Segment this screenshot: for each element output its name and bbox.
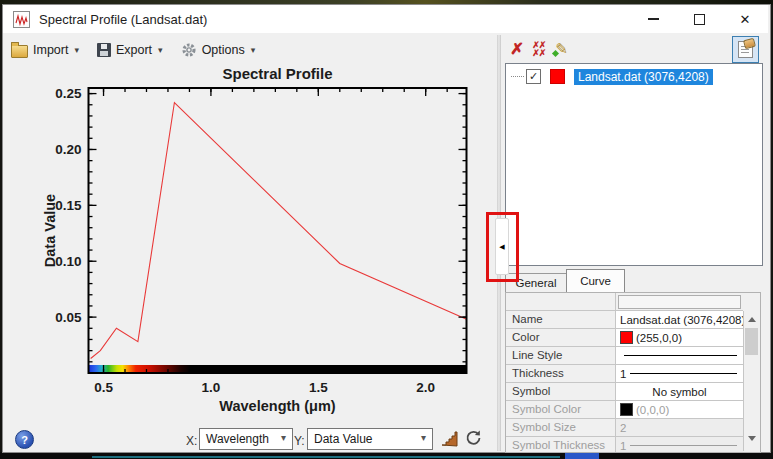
header-blank-button [618, 295, 741, 309]
plot-series-toolbar: ✗ ✗✗✗✗ ✎ [510, 37, 571, 61]
desktop-background-accent2 [565, 453, 599, 459]
scroll-up-icon[interactable] [748, 317, 756, 322]
property-value-text: 2 [620, 422, 626, 434]
property-value: (0,0,0) [616, 401, 743, 419]
properties-toggle-button[interactable] [732, 36, 759, 63]
y-axis-select[interactable]: Data Value ▾ [307, 428, 433, 450]
question-mark-icon: ? [21, 434, 28, 446]
curve-visibility-checkbox[interactable]: ✓ [526, 69, 541, 84]
spectral-profile-chart: Spectral ProfileWavelength (μm)Data Valu… [3, 60, 503, 430]
options-menu-button[interactable]: Options ▾ [181, 42, 256, 58]
pencil-icon: ✎ [555, 40, 568, 58]
chevron-down-icon: ▾ [421, 432, 426, 443]
property-grid-header [506, 293, 760, 311]
options-label: Options [202, 43, 245, 57]
curve-list[interactable]: ✓Landsat.dat (3076,4208) [505, 63, 763, 266]
tree-branch-line [511, 76, 524, 77]
tab-curve[interactable]: Curve [566, 269, 625, 292]
curve-list-item[interactable]: ✓Landsat.dat (3076,4208) [506, 67, 762, 86]
svg-text:1.5: 1.5 [309, 380, 328, 395]
curve-color-swatch[interactable] [550, 69, 565, 84]
svg-text:0.20: 0.20 [55, 142, 81, 157]
y-axis-selected-value: Data Value [314, 432, 372, 446]
svg-text:Wavelength (μm): Wavelength (μm) [219, 398, 335, 414]
title-bar[interactable]: Spectral Profile (Landsat.dat) ✕ [3, 5, 768, 33]
x-axis-select[interactable]: Wavelength ▾ [199, 428, 293, 450]
folder-icon [11, 45, 28, 58]
property-label: Symbol [506, 383, 616, 401]
export-label: Export [116, 43, 152, 57]
property-label: Name [506, 311, 616, 329]
svg-text:0.25: 0.25 [55, 86, 82, 101]
svg-text:1.0: 1.0 [202, 380, 221, 395]
minimize-button[interactable] [630, 5, 676, 33]
property-label: Thickness [506, 365, 616, 383]
import-label: Import [33, 43, 68, 57]
svg-text:Spectral Profile: Spectral Profile [222, 65, 332, 82]
export-menu-button[interactable]: Export ▾ [97, 43, 163, 57]
property-row: SymbolNo symbol [506, 383, 760, 401]
stairstep-plot-button[interactable] [440, 429, 458, 447]
chevron-down-icon: ▾ [74, 45, 79, 55]
properties-sheet-icon [738, 41, 753, 58]
x-axis-select-label: X: [186, 434, 197, 448]
chevron-down-icon: ▾ [251, 45, 256, 55]
color-swatch [620, 331, 633, 344]
line-style-sample [630, 373, 737, 374]
import-menu-button[interactable]: Import ▾ [11, 42, 79, 58]
property-value[interactable]: No symbol [616, 383, 743, 401]
refresh-button[interactable] [464, 429, 483, 448]
svg-text:2.0: 2.0 [416, 380, 435, 395]
desktop-background-accent [92, 456, 560, 458]
property-value-text: 1 [620, 440, 626, 452]
maximize-button[interactable] [676, 5, 722, 33]
floppy-icon [97, 43, 111, 57]
scroll-down-icon[interactable] [748, 436, 756, 441]
color-swatch [620, 403, 633, 416]
gear-icon [181, 42, 197, 58]
property-value[interactable]: Landsat.dat (3076,4208) [616, 311, 743, 329]
svg-text:0.10: 0.10 [55, 254, 81, 269]
property-row: NameLandsat.dat (3076,4208) [506, 311, 760, 329]
y-axis-select-label: Y: [294, 434, 305, 448]
edit-curve-button[interactable]: ✎ [553, 40, 571, 58]
property-value-text: No symbol [652, 386, 706, 398]
property-row: Thickness1 [506, 365, 760, 383]
property-row: Symbol Thickness1 [506, 437, 760, 453]
scrollbar-thumb[interactable] [745, 328, 758, 355]
remove-curve-button[interactable]: ✗ [510, 41, 524, 56]
x-axis-selected-value: Wavelength [206, 432, 269, 446]
property-label: Line Style [506, 347, 616, 365]
property-value-text: (255,0,0) [636, 332, 682, 344]
property-row: Line Style [506, 347, 760, 365]
svg-text:0.15: 0.15 [55, 198, 82, 213]
property-label: Symbol Color [506, 401, 616, 419]
property-row: Color(255,0,0) [506, 329, 760, 347]
property-row: Symbol Color(0,0,0) [506, 401, 760, 419]
svg-text:0.5: 0.5 [94, 380, 113, 395]
property-grid-scrollbar[interactable] [743, 311, 760, 451]
window-title: Spectral Profile (Landsat.dat) [39, 12, 207, 27]
maximize-icon [694, 14, 705, 25]
property-value[interactable]: (255,0,0) [616, 329, 743, 347]
minimize-icon [648, 18, 659, 20]
property-value-text: Landsat.dat (3076,4208) [620, 314, 743, 326]
chevron-down-icon: ▾ [281, 432, 286, 443]
property-row: Symbol Size2 [506, 419, 760, 437]
annotation-highlight-box [486, 212, 519, 282]
curve-list-item-label[interactable]: Landsat.dat (3076,4208) [574, 69, 713, 85]
close-button[interactable]: ✕ [722, 5, 768, 33]
main-toolbar: Import ▾ Export ▾ Options ▾ [11, 38, 255, 62]
spectral-profile-window: Spectral Profile (Landsat.dat) ✕ Import … [2, 4, 771, 453]
property-value[interactable]: 1 [616, 365, 743, 383]
property-value-text: (0,0,0) [636, 404, 669, 416]
property-value: 2 [616, 419, 743, 437]
property-label: Color [506, 329, 616, 347]
svg-text:0.05: 0.05 [55, 310, 82, 325]
property-value[interactable] [616, 347, 743, 365]
help-button[interactable]: ? [15, 430, 34, 449]
app-icon [13, 11, 30, 28]
curve-properties-grid: NameLandsat.dat (3076,4208)Color(255,0,0… [505, 292, 761, 453]
remove-all-curves-button[interactable]: ✗✗✗✗ [532, 41, 545, 57]
property-value: 1 [616, 437, 743, 453]
